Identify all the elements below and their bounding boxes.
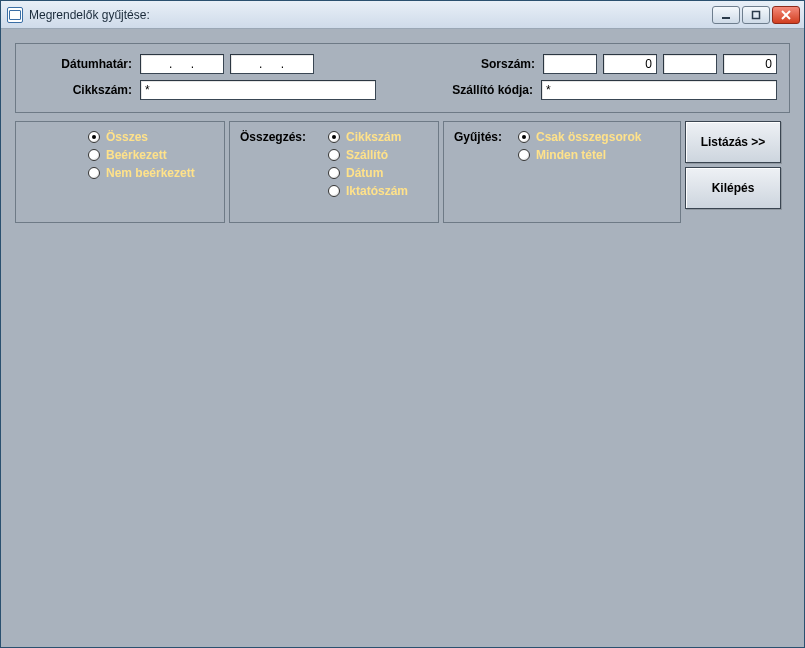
kilepes-button[interactable]: Kilépés <box>685 167 781 209</box>
maximize-icon <box>751 10 761 20</box>
svg-rect-1 <box>753 11 760 18</box>
status-radios: Összes Beérkezett Nem beérkezett <box>26 130 214 180</box>
radio-beerkezett[interactable]: Beérkezett <box>88 148 214 162</box>
radio-label: Cikkszám <box>346 130 401 144</box>
radio-gyujtes-osszegsorok[interactable]: Csak összegsorok <box>518 130 641 144</box>
radio-gyujtes-minden-tetel[interactable]: Minden tétel <box>518 148 641 162</box>
sorszam-input-4[interactable] <box>723 54 777 74</box>
radio-dot-icon <box>328 149 340 161</box>
radio-label: Beérkezett <box>106 148 167 162</box>
radio-dot-icon <box>88 131 100 143</box>
sorszam-input-3[interactable] <box>663 54 717 74</box>
side-buttons: Listázás >> Kilépés <box>685 121 781 209</box>
label-szallito-kodja: Szállító kódja: <box>421 83 541 97</box>
label-osszegzes: Összegzés: <box>240 130 318 144</box>
radio-dot-icon <box>518 149 530 161</box>
osszegzes-panel: Összegzés: Cikkszám Szállító Dátum <box>229 121 439 223</box>
minimize-button[interactable] <box>712 6 740 24</box>
radio-label: Nem beérkezett <box>106 166 195 180</box>
cikkszam-input[interactable] <box>140 80 376 100</box>
filters-row-1: Dátumhatár: Sorszám: <box>28 54 777 74</box>
maximize-button[interactable] <box>742 6 770 24</box>
radio-dot-icon <box>88 149 100 161</box>
app-icon <box>7 7 23 23</box>
radio-osszegzes-iktatoszam[interactable]: Iktatószám <box>328 184 408 198</box>
label-gyujtes: Gyűjtés: <box>454 130 508 144</box>
radio-osszegzes-datum[interactable]: Dátum <box>328 166 408 180</box>
label-cikkszam: Cikkszám: <box>28 83 140 97</box>
osszegzes-radios: Cikkszám Szállító Dátum Iktatószám <box>328 130 408 198</box>
gyujtes-panel: Gyűjtés: Csak összegsorok Minden tétel <box>443 121 681 223</box>
radio-dot-icon <box>328 167 340 179</box>
date-to-input[interactable] <box>230 54 314 74</box>
window-title: Megrendelők gyűjtése: <box>29 8 712 22</box>
window-buttons <box>712 6 800 24</box>
radio-dot-icon <box>88 167 100 179</box>
status-panel: Összes Beérkezett Nem beérkezett <box>15 121 225 223</box>
filters-panel: Dátumhatár: Sorszám: Cikkszám: Szállító … <box>15 43 790 113</box>
radio-label: Csak összegsorok <box>536 130 641 144</box>
radio-label: Iktatószám <box>346 184 408 198</box>
radio-label: Minden tétel <box>536 148 606 162</box>
radio-nem-beerkezett[interactable]: Nem beérkezett <box>88 166 214 180</box>
label-sorszam: Sorszám: <box>451 57 543 71</box>
close-button[interactable] <box>772 6 800 24</box>
sorszam-input-1[interactable] <box>543 54 597 74</box>
radio-dot-icon <box>518 131 530 143</box>
listazas-button[interactable]: Listázás >> <box>685 121 781 163</box>
gyujtes-radios: Csak összegsorok Minden tétel <box>518 130 641 162</box>
label-datumhatar: Dátumhatár: <box>28 57 140 71</box>
szallito-input[interactable] <box>541 80 777 100</box>
option-panels: Összes Beérkezett Nem beérkezett Összegz… <box>15 121 790 223</box>
radio-osszegzes-szallito[interactable]: Szállító <box>328 148 408 162</box>
radio-osszes[interactable]: Összes <box>88 130 214 144</box>
radio-label: Szállító <box>346 148 388 162</box>
radio-label: Összes <box>106 130 148 144</box>
close-icon <box>781 10 791 20</box>
radio-dot-icon <box>328 185 340 197</box>
minimize-icon <box>721 10 731 20</box>
client-area: Dátumhatár: Sorszám: Cikkszám: Szállító … <box>1 29 804 647</box>
filters-row-2: Cikkszám: Szállító kódja: <box>28 80 777 100</box>
radio-dot-icon <box>328 131 340 143</box>
date-from-input[interactable] <box>140 54 224 74</box>
radio-label: Dátum <box>346 166 383 180</box>
app-window: Megrendelők gyűjtése: Dátumhatár: Sorszá… <box>0 0 805 648</box>
titlebar: Megrendelők gyűjtése: <box>1 1 804 29</box>
radio-osszegzes-cikkszam[interactable]: Cikkszám <box>328 130 408 144</box>
sorszam-input-2[interactable] <box>603 54 657 74</box>
